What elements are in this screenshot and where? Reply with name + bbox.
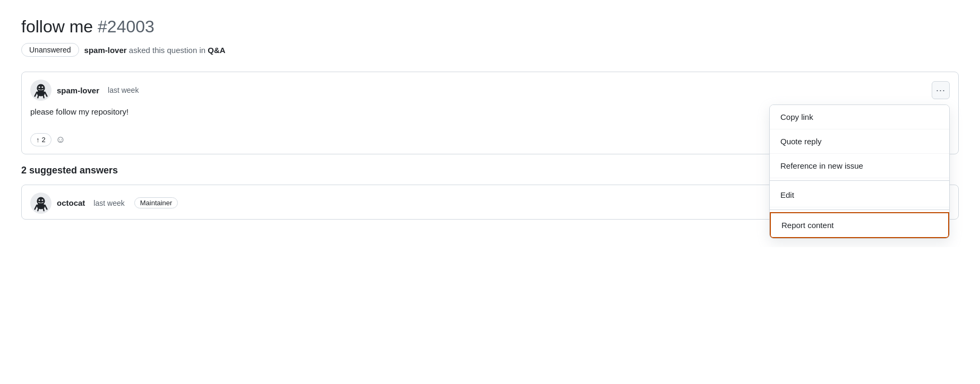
comment-header: spam-lover last week ··· Copy link Quote… bbox=[22, 72, 958, 106]
edit-item[interactable]: Edit bbox=[770, 183, 949, 207]
meta-description: spam-lover asked this question in Q&A bbox=[84, 46, 226, 55]
add-reaction-button[interactable]: ☺ bbox=[56, 134, 65, 145]
second-avatar bbox=[30, 193, 51, 214]
meta-category: Q&A bbox=[208, 46, 225, 55]
dropdown-divider bbox=[770, 180, 949, 181]
second-comment-author-row: octocat last week Maintainer bbox=[30, 193, 178, 214]
svg-point-4 bbox=[37, 90, 45, 96]
meta-row: Unanswered spam-lover asked this questio… bbox=[21, 43, 959, 57]
copy-link-item[interactable]: Copy link bbox=[770, 105, 949, 129]
report-content-item[interactable]: Report content bbox=[770, 212, 949, 238]
quote-reply-item[interactable]: Quote reply bbox=[770, 129, 949, 154]
more-options-button[interactable]: ··· bbox=[932, 81, 950, 99]
comment-time: last week bbox=[108, 86, 139, 94]
page-title: follow me #24003 bbox=[21, 17, 959, 37]
meta-author: spam-lover bbox=[84, 46, 127, 55]
comment-author-row: spam-lover last week bbox=[30, 80, 139, 101]
svg-point-7 bbox=[39, 199, 40, 200]
more-menu-container: ··· Copy link Quote reply Reference in n… bbox=[932, 81, 950, 99]
comment-username: spam-lover bbox=[57, 86, 99, 95]
issue-number: #24003 bbox=[98, 17, 154, 36]
upvote-arrow-icon: ↑ bbox=[36, 136, 40, 144]
status-badge: Unanswered bbox=[21, 43, 79, 57]
reference-new-issue-item[interactable]: Reference in new issue bbox=[770, 154, 949, 178]
svg-point-3 bbox=[41, 86, 43, 88]
second-comment-time: last week bbox=[93, 199, 124, 207]
upvote-button[interactable]: ↑ 2 bbox=[30, 133, 51, 146]
svg-point-2 bbox=[39, 86, 40, 88]
maintainer-badge: Maintainer bbox=[134, 197, 178, 208]
svg-point-9 bbox=[37, 203, 45, 209]
first-comment-card: spam-lover last week ··· Copy link Quote… bbox=[21, 72, 959, 154]
avatar bbox=[30, 80, 51, 101]
dropdown-divider-2 bbox=[770, 210, 949, 210]
svg-point-8 bbox=[41, 199, 43, 200]
upvote-count: 2 bbox=[42, 136, 46, 144]
dropdown-menu: Copy link Quote reply Reference in new i… bbox=[769, 104, 950, 239]
second-comment-username: octocat bbox=[57, 198, 85, 207]
